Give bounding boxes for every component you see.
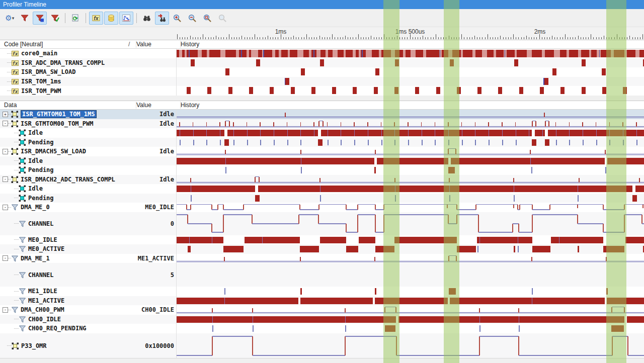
code-row-isr-tom-1ms[interactable]: fxISR_TOM_1ms bbox=[0, 77, 644, 86]
data-row-p33-omr[interactable]: P33_OMR0x100000 bbox=[0, 333, 644, 358]
row-label[interactable]: ISR_GTMTOM01_TOM_1MS bbox=[21, 110, 97, 118]
row-label[interactable]: CHANNEL bbox=[28, 220, 54, 227]
collapse-icon[interactable]: - bbox=[3, 121, 8, 126]
data-row-isr-gtmtom01-tom-1ms[interactable]: +ISR_GTMTOM01_TOM_1MSIdle bbox=[0, 110, 644, 119]
row-label[interactable]: ME0_IDLE bbox=[28, 236, 57, 243]
data-row-dma-me-1[interactable]: -DMA_ME_1ME1_ACTIVE bbox=[0, 254, 644, 263]
row-history[interactable] bbox=[176, 147, 644, 156]
code-header-title[interactable]: Code [Neutral] bbox=[4, 41, 43, 48]
row-label[interactable]: ME0_ACTIVE bbox=[28, 245, 64, 252]
zoom-off-button[interactable] bbox=[215, 12, 229, 25]
data-row-me1-idle[interactable]: ME1_IDLE bbox=[0, 287, 644, 296]
row-label[interactable]: CH00_IDLE bbox=[28, 316, 61, 323]
row-label[interactable]: Pending bbox=[28, 139, 54, 146]
data-row-isr-gtmtom00-tom-pwm[interactable]: -ISR_GTMTOM00_TOM_PWMIdle bbox=[0, 119, 644, 129]
row-history[interactable] bbox=[176, 287, 644, 296]
find-button[interactable] bbox=[140, 12, 154, 25]
data-row-dma-me-0[interactable]: -DMA_ME_0ME0_IDLE bbox=[0, 203, 644, 212]
row-label[interactable]: Pending bbox=[28, 166, 54, 173]
data-row-isr-dmach5-sw-load[interactable]: -ISR_DMACH5_SW_LOADIdle bbox=[0, 147, 644, 156]
row-history[interactable] bbox=[176, 324, 644, 333]
row-history[interactable] bbox=[176, 86, 644, 96]
row-label[interactable]: ISR_DMACH2_ADC_TRANS_COMPL bbox=[21, 176, 115, 183]
data-row-me0-active[interactable]: ME0_ACTIVE bbox=[0, 244, 644, 254]
show-waveform-button[interactable] bbox=[119, 12, 133, 25]
row-label[interactable]: ME1_ACTIVE bbox=[28, 297, 64, 304]
row-history[interactable] bbox=[176, 128, 644, 138]
collapse-icon[interactable]: - bbox=[3, 176, 8, 182]
data-row-idle[interactable]: Idle bbox=[0, 128, 644, 138]
data-row-me0-idle[interactable]: ME0_IDLE bbox=[0, 235, 644, 245]
row-history[interactable] bbox=[176, 333, 644, 358]
row-label[interactable]: CHANNEL bbox=[28, 271, 54, 279]
row-label[interactable]: ISR_ADC_DMA_TRANS_COMPL bbox=[21, 59, 105, 66]
collapse-icon[interactable]: - bbox=[3, 205, 8, 210]
row-history[interactable] bbox=[176, 175, 644, 185]
data-header-title[interactable]: Data bbox=[4, 102, 17, 109]
data-row-channel[interactable]: CHANNEL5 bbox=[0, 263, 644, 287]
zoom-in-button[interactable] bbox=[170, 12, 184, 25]
code-row-isr-adc-dma-trans-compl[interactable]: fxISR_ADC_DMA_TRANS_COMPL bbox=[0, 58, 644, 68]
timeline-ruler[interactable]: 1ms1ms 500us2ms bbox=[0, 27, 644, 40]
row-label[interactable]: core0_main bbox=[21, 50, 57, 57]
row-label[interactable]: DMA_CH00_PWM bbox=[21, 306, 64, 313]
data-row-pending[interactable]: Pending bbox=[0, 138, 644, 147]
row-label[interactable]: ISR_GTMTOM00_TOM_PWM bbox=[21, 120, 94, 127]
data-row-idle[interactable]: Idle bbox=[0, 156, 644, 166]
row-history[interactable] bbox=[176, 77, 644, 86]
row-label[interactable]: Pending bbox=[28, 195, 54, 202]
row-history[interactable] bbox=[176, 138, 644, 147]
export-refresh-button[interactable]: ⟳ bbox=[68, 12, 83, 25]
row-history[interactable] bbox=[176, 203, 644, 212]
row-history[interactable] bbox=[176, 110, 644, 119]
row-label[interactable]: Idle bbox=[28, 129, 43, 136]
row-label[interactable]: ISR_TOM_1ms bbox=[21, 78, 61, 85]
row-history[interactable] bbox=[176, 235, 644, 245]
row-history[interactable] bbox=[176, 49, 644, 58]
collapse-icon[interactable]: - bbox=[3, 307, 8, 313]
data-row-pending[interactable]: Pending bbox=[0, 194, 644, 203]
row-label[interactable]: ME1_IDLE bbox=[28, 288, 57, 295]
collapse-icon[interactable]: - bbox=[3, 149, 8, 154]
code-row-isr-dma-sw-load[interactable]: fxISR_DMA_SW_LOAD bbox=[0, 67, 644, 77]
row-label[interactable]: DMA_ME_0 bbox=[21, 204, 50, 211]
data-row-pending[interactable]: Pending bbox=[0, 165, 644, 175]
zoom-out-button[interactable] bbox=[185, 12, 199, 25]
data-row-ch00-req-pending[interactable]: CH00_REQ_PENDING bbox=[0, 324, 644, 333]
collapse-icon[interactable]: - bbox=[3, 255, 8, 261]
row-label[interactable]: Idle bbox=[28, 157, 43, 164]
row-history[interactable] bbox=[176, 119, 644, 129]
zoom-full-button[interactable] bbox=[200, 12, 214, 25]
row-history[interactable] bbox=[176, 263, 644, 287]
row-history[interactable] bbox=[176, 194, 644, 203]
sort-indicator[interactable]: / bbox=[128, 41, 130, 48]
row-label[interactable]: DMA_ME_1 bbox=[21, 255, 50, 262]
row-label[interactable]: CH00_REQ_PENDING bbox=[28, 325, 87, 332]
row-history[interactable] bbox=[176, 67, 644, 77]
row-label[interactable]: ISR_TOM_PWM bbox=[21, 87, 61, 95]
row-label[interactable]: P33_OMR bbox=[21, 342, 47, 349]
row-history[interactable] bbox=[176, 244, 644, 254]
row-history[interactable] bbox=[176, 156, 644, 166]
row-history[interactable] bbox=[176, 305, 644, 315]
row-label[interactable]: ISR_DMA_SW_LOAD bbox=[21, 68, 75, 75]
filter-button[interactable] bbox=[18, 12, 32, 25]
row-history[interactable] bbox=[176, 254, 644, 263]
row-history[interactable] bbox=[176, 315, 644, 324]
row-history[interactable] bbox=[176, 296, 644, 306]
filter-check-button[interactable] bbox=[48, 12, 62, 25]
window-titlebar[interactable]: Profiler Timeline bbox=[0, 0, 644, 9]
row-label[interactable]: ISR_DMACH5_SW_LOAD bbox=[21, 148, 86, 155]
show-data-button[interactable] bbox=[104, 12, 118, 25]
data-row-dma-ch00-pwm[interactable]: -DMA_CH00_PWMCH00_IDLE bbox=[0, 305, 644, 315]
row-label[interactable]: Idle bbox=[28, 185, 43, 192]
filter-items-button[interactable] bbox=[33, 12, 47, 25]
code-row-core0-main[interactable]: fxcore0_main bbox=[0, 49, 644, 58]
row-history[interactable] bbox=[176, 58, 644, 68]
data-row-idle[interactable]: Idle bbox=[0, 184, 644, 194]
row-history[interactable] bbox=[176, 212, 644, 235]
expand-icon[interactable]: + bbox=[3, 112, 8, 117]
data-row-me1-active[interactable]: ME1_ACTIVE bbox=[0, 296, 644, 306]
settings-menu-button[interactable]: ⚙▾ bbox=[3, 12, 17, 25]
show-functions-button[interactable]: fx bbox=[89, 12, 103, 25]
